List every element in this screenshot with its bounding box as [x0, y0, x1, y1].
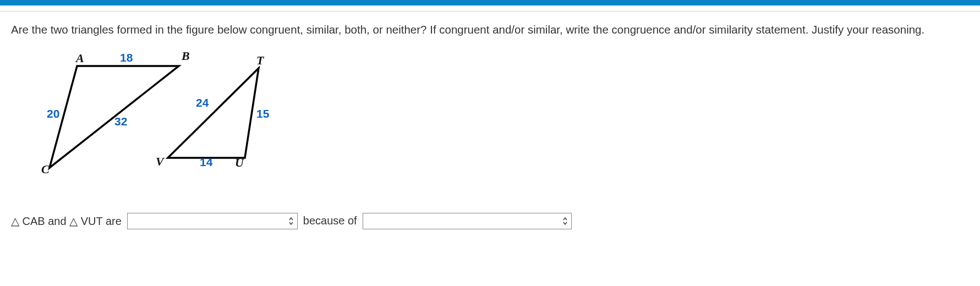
vertex-A: A	[76, 51, 84, 65]
edge-VU: 14	[200, 156, 212, 169]
edge-AB: 18	[120, 51, 133, 64]
answer-prefix: △ CAB and △ VUT are	[11, 215, 122, 228]
edge-VT: 24	[196, 96, 209, 109]
reason-select[interactable]	[363, 213, 572, 229]
edge-CA: 20	[47, 107, 59, 120]
question-text: Are the two triangles formed in the figu…	[11, 21, 969, 38]
triangles-svg	[28, 48, 292, 191]
relation-select-wrap	[127, 213, 298, 229]
top-accent-bar	[0, 0, 980, 6]
content-area: Are the two triangles formed in the figu…	[0, 12, 980, 246]
edge-BC: 32	[114, 115, 127, 128]
vertex-B: B	[182, 49, 190, 63]
reason-select-wrap	[363, 213, 572, 229]
relation-select[interactable]	[127, 213, 298, 229]
vertex-C: C	[41, 162, 50, 177]
triangles-figure: A B C 18 20 32 T U V 24 15 14	[28, 48, 292, 191]
vertex-V: V	[156, 155, 164, 169]
vertex-U: U	[235, 156, 244, 170]
edge-TU: 15	[256, 107, 269, 120]
answer-row: △ CAB and △ VUT are because of	[11, 213, 969, 229]
answer-connector: because of	[303, 215, 357, 227]
vertex-T: T	[256, 53, 264, 68]
triangle-vut	[168, 68, 259, 158]
